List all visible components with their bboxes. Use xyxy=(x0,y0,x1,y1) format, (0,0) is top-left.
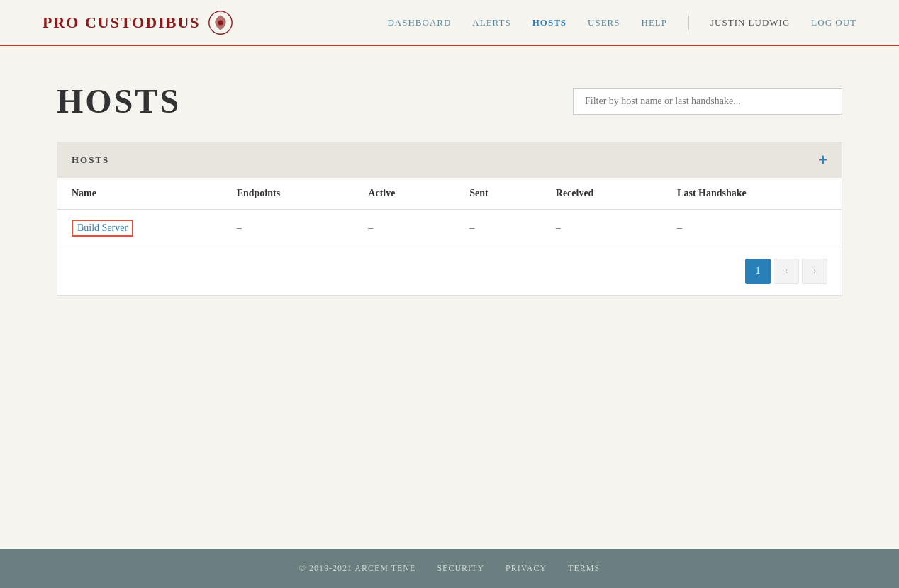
nav-users[interactable]: USERS xyxy=(588,17,620,28)
hosts-table-card: HOSTS + Name Endpoints Active Sent Recei… xyxy=(57,142,842,296)
table-row: Build Server – – – – – xyxy=(57,210,842,247)
logo: PRO CUSTODIBUS xyxy=(43,10,233,35)
table-body: Build Server – – – – – xyxy=(57,210,842,247)
col-received: Received xyxy=(542,178,663,210)
nav-help[interactable]: HELP xyxy=(642,17,668,28)
footer-privacy[interactable]: PRIVACY xyxy=(506,563,547,574)
cell-endpoints: – xyxy=(223,210,354,247)
table-header-row: Name Endpoints Active Sent Received Last… xyxy=(57,178,842,210)
nav-alerts[interactable]: ALERTS xyxy=(472,17,510,28)
nav-logout[interactable]: LOG OUT xyxy=(811,17,856,28)
brand-icon xyxy=(208,10,233,35)
svg-point-1 xyxy=(218,20,223,25)
cell-name: Build Server xyxy=(57,210,223,247)
page-header: HOSTS xyxy=(57,81,842,120)
footer-copyright: © 2019-2021 ARCEM TENE xyxy=(299,563,416,574)
footer-security[interactable]: SECURITY xyxy=(437,563,484,574)
host-link-build-server[interactable]: Build Server xyxy=(72,220,133,237)
main-nav: DASHBOARD ALERTS HOSTS USERS HELP JUSTIN… xyxy=(387,16,856,30)
hosts-table: Name Endpoints Active Sent Received Last… xyxy=(57,178,842,247)
nav-divider xyxy=(688,16,689,30)
table-card-header: HOSTS + xyxy=(57,142,842,178)
footer-terms[interactable]: TERMS xyxy=(568,563,600,574)
footer: © 2019-2021 ARCEM TENE SECURITY PRIVACY … xyxy=(0,549,899,588)
cell-active: – xyxy=(354,210,455,247)
next-page-button[interactable]: › xyxy=(802,259,827,284)
add-host-button[interactable]: + xyxy=(818,152,827,168)
col-last-handshake: Last Handshake xyxy=(663,178,842,210)
table-head: Name Endpoints Active Sent Received Last… xyxy=(57,178,842,210)
col-name: Name xyxy=(57,178,223,210)
brand-name: PRO CUSTODIBUS xyxy=(43,13,201,32)
page-title: HOSTS xyxy=(57,81,181,120)
col-endpoints: Endpoints xyxy=(223,178,354,210)
prev-page-button[interactable]: ‹ xyxy=(774,259,799,284)
search-input[interactable] xyxy=(573,88,842,115)
nav-dashboard[interactable]: DASHBOARD xyxy=(387,17,451,28)
cell-sent: – xyxy=(455,210,542,247)
nav-username: JUSTIN LUDWIG xyxy=(710,17,790,28)
pagination: 1 ‹ › xyxy=(57,247,842,295)
col-sent: Sent xyxy=(455,178,542,210)
nav-hosts[interactable]: HOSTS xyxy=(532,17,566,28)
cell-received: – xyxy=(542,210,663,247)
cell-last-handshake: – xyxy=(663,210,842,247)
page-btn-1[interactable]: 1 xyxy=(745,259,771,284)
col-active: Active xyxy=(354,178,455,210)
table-section-title: HOSTS xyxy=(72,154,109,166)
